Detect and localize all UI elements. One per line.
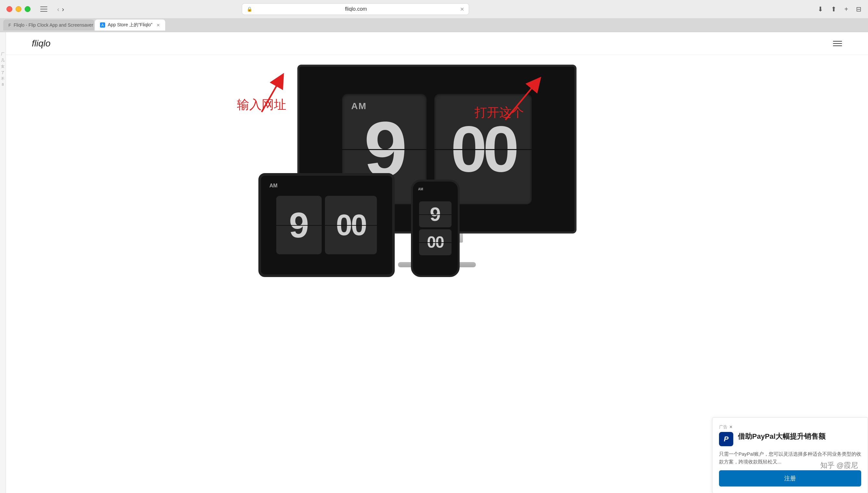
tab-label-fliqlo: Fliqlo - Flip Clock App and Screensaver	[14, 22, 93, 28]
ipad-flip-clock: 9 00	[276, 196, 377, 254]
minimize-button[interactable]	[16, 6, 21, 12]
sidebar-toggle-button[interactable]	[40, 6, 47, 12]
ad-register-button[interactable]: 注册	[719, 470, 861, 487]
share-button[interactable]: ⬆	[831, 5, 837, 13]
ad-title: 借助PayPal大幅提升销售额	[738, 432, 825, 441]
traffic-lights	[6, 6, 30, 12]
hero-section: AM 9 00 A	[6, 55, 868, 493]
tab-appstore[interactable]: A App Store 上的"Fliqlo" ✕	[95, 20, 165, 30]
site-header: fliqlo	[6, 32, 868, 55]
iphone-minutes-digit: 00	[427, 234, 444, 251]
iphone-minutes-card: 00	[419, 229, 451, 255]
left-sidebar: 厂 几 女 了 不 8	[0, 32, 6, 493]
maximize-button[interactable]	[25, 6, 30, 12]
page-content: 厂 几 女 了 不 8 fliqlo AM 9	[0, 32, 868, 493]
lock-icon: 🔒	[247, 6, 252, 12]
ad-header: P 借助PayPal大幅提升销售额	[719, 432, 861, 446]
iphone-hour-card: 9	[419, 201, 451, 227]
ipad-minutes-digit: 00	[336, 211, 366, 240]
add-tab-button[interactable]: +	[844, 5, 848, 13]
title-bar: ‹ › 🔒 fliqlo.com ✕ ⬇ ⬆ + ⊟	[0, 0, 868, 18]
minutes-digit: 00	[451, 116, 515, 181]
ad-panel: 广告 × P 借助PayPal大幅提升销售额 只需一个PayPal账户，您可以灵…	[712, 417, 868, 493]
tabs-overview-button[interactable]: ⊟	[856, 5, 862, 13]
browser-chrome: ‹ › 🔒 fliqlo.com ✕ ⬇ ⬆ + ⊟ F Fliqlo - Fl…	[0, 0, 868, 32]
annotation-url-text: 输入网址	[237, 98, 286, 111]
tab-favicon-fliqlo: F	[8, 22, 11, 28]
devices-row: AM 9 00 AM 9	[259, 173, 460, 277]
tab-fliqlo[interactable]: F Fliqlo - Flip Clock App and Screensave…	[3, 20, 94, 30]
forward-button[interactable]: ›	[62, 6, 64, 12]
annotation-url-arrow-line	[262, 80, 280, 112]
address-bar[interactable]: 🔒 fliqlo.com ✕	[242, 3, 469, 15]
imac-display: AM 9 00 A	[291, 65, 583, 267]
back-button[interactable]: ‹	[57, 6, 60, 12]
clear-address-button[interactable]: ✕	[460, 6, 464, 12]
iphone-am-label: AM	[418, 187, 423, 191]
iphone-display: AM 9 00	[411, 179, 460, 277]
tab-label-appstore: App Store 上的"Fliqlo"	[108, 22, 153, 28]
zhihu-watermark: 知乎 @霞尼	[820, 460, 858, 470]
download-button[interactable]: ⬇	[818, 5, 823, 13]
tab-close-appstore[interactable]: ✕	[156, 23, 160, 28]
ipad-am-label: AM	[269, 183, 277, 189]
site-logo: fliqlo	[32, 38, 51, 49]
iphone-hour-digit: 9	[430, 205, 441, 224]
toolbar-right: ⬇ ⬆ + ⊟	[818, 5, 862, 13]
tabs-bar: F Fliqlo - Flip Clock App and Screensave…	[0, 18, 868, 32]
am-label: AM	[351, 101, 367, 111]
close-button[interactable]	[6, 6, 12, 12]
ipad-hour-card: 9	[276, 196, 322, 254]
url-text: fliqlo.com	[255, 6, 458, 12]
ad-label: 广告 ×	[719, 424, 861, 430]
tab-favicon-appstore: A	[100, 22, 105, 28]
paypal-logo: P	[719, 432, 733, 446]
header-menu-button[interactable]	[833, 41, 842, 46]
ipad-display: AM 9 00	[259, 173, 395, 277]
nav-arrows: ‹ ›	[57, 6, 64, 12]
ad-close-button[interactable]: ×	[729, 424, 732, 430]
sidebar-chars: 厂 几 女 了 不 8	[0, 32, 5, 86]
ipad-minutes-card: 00	[325, 196, 377, 254]
ipad-hour-digit: 9	[289, 207, 309, 243]
